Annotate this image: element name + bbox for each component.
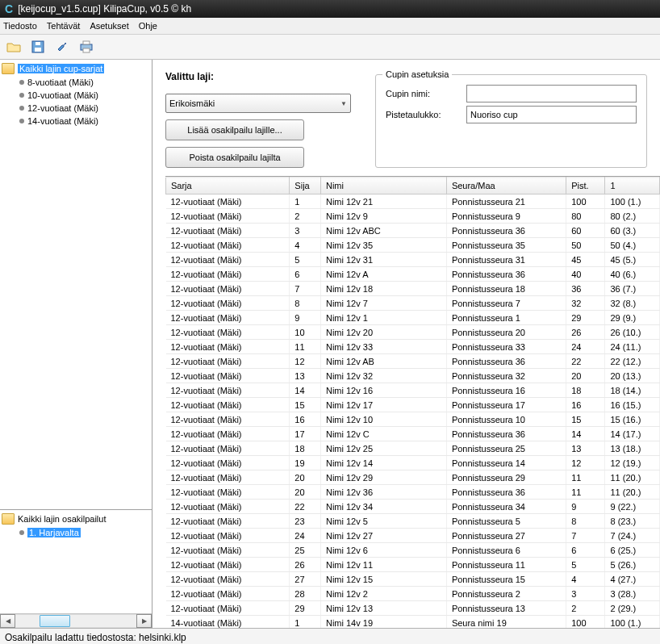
results-table-wrap[interactable]: SarjaSijaNimiSeura/MaaPist.1 12-vuotiaat… (165, 176, 660, 628)
menubar: Tiedosto Tehtävät Asetukset Ohje (0, 18, 660, 35)
table-cell: Nimi 12v 36 (320, 485, 446, 500)
table-cell: Nimi 12v ABC (320, 224, 446, 238)
table-row[interactable]: 12-vuotiaat (Mäki)4Nimi 12v 35Ponnistuss… (166, 238, 660, 253)
menu-asetukset[interactable]: Asetukset (90, 21, 128, 31)
table-row[interactable]: 12-vuotiaat (Mäki)26Nimi 12v 11Ponnistus… (166, 558, 660, 572)
table-cell: 12-vuotiaat (Mäki) (166, 282, 290, 296)
table-cell: 18 (290, 441, 321, 456)
table-row[interactable]: 12-vuotiaat (Mäki)8Nimi 12v 7Ponnistusse… (166, 296, 660, 311)
scroll-left-icon[interactable]: ◀ (0, 614, 15, 628)
table-row[interactable]: 12-vuotiaat (Mäki)13Nimi 12v 32Ponnistus… (166, 369, 660, 383)
save-button[interactable] (27, 36, 48, 57)
table-row[interactable]: 12-vuotiaat (Mäki)19Nimi 12v 14Ponnistus… (166, 456, 660, 470)
table-cell: 12-vuotiaat (Mäki) (166, 354, 290, 369)
table-cell: 12-vuotiaat (Mäki) (166, 340, 290, 354)
table-cell: 60 (566, 224, 605, 238)
table-cell: 3 (566, 587, 605, 601)
table-cell: 12-vuotiaat (Mäki) (166, 224, 290, 238)
tree-item-series[interactable]: 12-vuotiaat (Mäki) (2, 102, 150, 115)
table-cell: 14 (290, 383, 321, 398)
tree-item-competition[interactable]: 1. Harjavalta (2, 526, 150, 539)
table-row[interactable]: 12-vuotiaat (Mäki)10Nimi 12v 20Ponnistus… (166, 325, 660, 340)
table-cell: 100 (566, 194, 605, 209)
table-cell: Nimi 12v 20 (320, 325, 446, 340)
print-button[interactable] (76, 36, 97, 57)
scroll-thumb[interactable] (40, 615, 70, 627)
table-row[interactable]: 12-vuotiaat (Mäki)27Nimi 12v 15Ponnistus… (166, 572, 660, 587)
table-row[interactable]: 12-vuotiaat (Mäki)23Nimi 12v 5Ponnistuss… (166, 514, 660, 529)
table-row[interactable]: 12-vuotiaat (Mäki)14Nimi 12v 16Ponnistus… (166, 383, 660, 398)
cup-name-input[interactable] (466, 85, 637, 102)
table-cell: Ponnistusseura 25 (446, 441, 566, 456)
table-cell: Nimi 12v 21 (320, 194, 446, 209)
open-button[interactable] (3, 36, 24, 57)
table-cell: Nimi 12v 1 (320, 311, 446, 325)
table-cell: Nimi 12v 7 (320, 296, 446, 311)
table-cell: 16 (290, 412, 321, 427)
table-row[interactable]: 12-vuotiaat (Mäki)15Nimi 12v 17Ponnistus… (166, 398, 660, 412)
table-cell: 12-vuotiaat (Mäki) (166, 383, 290, 398)
table-cell: 4 (290, 238, 321, 253)
settings-button[interactable] (52, 36, 73, 57)
table-cell: 100 (1.) (605, 616, 660, 629)
table-row[interactable]: 12-vuotiaat (Mäki)7Nimi 12v 18Ponnistuss… (166, 282, 660, 296)
table-row[interactable]: 12-vuotiaat (Mäki)18Nimi 12v 25Ponnistus… (166, 441, 660, 456)
menu-tiedosto[interactable]: Tiedosto (3, 21, 37, 31)
table-cell: 29 (9.) (605, 311, 660, 325)
sport-combo[interactable]: Erikoismäki ▼ (165, 94, 351, 113)
table-cell: 23 (290, 514, 321, 529)
remove-competition-button[interactable]: Poista osakilpailu lajilta (165, 147, 304, 168)
table-cell: 13 (290, 369, 321, 383)
competitions-tree[interactable]: Kaikki lajin osakilpailut 1. Harjavalta (0, 509, 152, 613)
column-header[interactable]: Seura/Maa (446, 178, 566, 194)
left-scrollbar[interactable]: ◀ ▶ (0, 613, 152, 628)
print-icon (79, 40, 94, 53)
table-row[interactable]: 12-vuotiaat (Mäki)6Nimi 12v APonnistusse… (166, 267, 660, 282)
column-header[interactable]: Sarja (166, 178, 290, 194)
table-cell: 12-vuotiaat (Mäki) (166, 470, 290, 485)
folder-icon (2, 63, 15, 74)
table-row[interactable]: 12-vuotiaat (Mäki)16Nimi 12v 10Ponnistus… (166, 412, 660, 427)
table-row[interactable]: 12-vuotiaat (Mäki)9Nimi 12v 1Ponnistusse… (166, 311, 660, 325)
cup-series-tree[interactable]: Kaikki lajin cup-sarjat 8-vuotiaat (Mäki… (0, 60, 152, 509)
column-header[interactable]: Sija (290, 178, 321, 194)
table-cell: 16 (566, 398, 605, 412)
column-header[interactable]: Pist. (566, 178, 605, 194)
table-row[interactable]: 12-vuotiaat (Mäki)5Nimi 12v 31Ponnistuss… (166, 253, 660, 267)
table-cell: 12-vuotiaat (Mäki) (166, 238, 290, 253)
table-cell: Ponnistusseura 7 (446, 296, 566, 311)
table-row[interactable]: 12-vuotiaat (Mäki)28Nimi 12v 2Ponnistuss… (166, 587, 660, 601)
points-table-input[interactable]: Nuoriso cup (466, 106, 637, 123)
table-row[interactable]: 12-vuotiaat (Mäki)20Nimi 12v 36Ponnistus… (166, 485, 660, 500)
tree-root-competitions[interactable]: Kaikki lajin osakilpailut (2, 513, 150, 525)
table-row[interactable]: 12-vuotiaat (Mäki)20Nimi 12v 29Ponnistus… (166, 470, 660, 485)
column-header[interactable]: 1 (605, 178, 660, 194)
table-cell: Nimi 12v 18 (320, 282, 446, 296)
table-row[interactable]: 12-vuotiaat (Mäki)3Nimi 12v ABCPonnistus… (166, 224, 660, 238)
bullet-icon (19, 93, 24, 98)
table-row[interactable]: 12-vuotiaat (Mäki)1Nimi 12v 21Ponnistuss… (166, 194, 660, 209)
tree-item-series[interactable]: 8-vuotiaat (Mäki) (2, 76, 150, 89)
table-row[interactable]: 12-vuotiaat (Mäki)22Nimi 12v 34Ponnistus… (166, 500, 660, 514)
tree-item-series[interactable]: 14-vuotiaat (Mäki) (2, 115, 150, 128)
tree-item-series[interactable]: 10-vuotiaat (Mäki) (2, 89, 150, 102)
column-header[interactable]: Nimi (320, 178, 446, 194)
table-row[interactable]: 12-vuotiaat (Mäki)17Nimi 12v CPonnistuss… (166, 427, 660, 441)
table-cell: 12-vuotiaat (Mäki) (166, 325, 290, 340)
table-row[interactable]: 12-vuotiaat (Mäki)2Nimi 12v 9Ponnistusse… (166, 209, 660, 224)
table-row[interactable]: 12-vuotiaat (Mäki)12Nimi 12v ABPonnistus… (166, 354, 660, 369)
scroll-right-icon[interactable]: ▶ (136, 614, 152, 628)
add-competition-button[interactable]: Lisää osakilpailu lajille... (165, 119, 304, 140)
table-row[interactable]: 12-vuotiaat (Mäki)11Nimi 12v 33Ponnistus… (166, 340, 660, 354)
menu-ohje[interactable]: Ohje (139, 21, 157, 31)
table-cell: Ponnistusseura 20 (446, 325, 566, 340)
table-row[interactable]: 12-vuotiaat (Mäki)25Nimi 12v 6Ponnistuss… (166, 543, 660, 558)
table-row[interactable]: 14-vuotiaat (Mäki)1Nimi 14v 19Seura nimi… (166, 616, 660, 629)
scroll-track[interactable] (15, 614, 136, 628)
menu-tehtavat[interactable]: Tehtävät (47, 21, 81, 31)
tree-root-cup-series[interactable]: Kaikki lajin cup-sarjat (2, 63, 150, 74)
table-cell: Ponnistusseura 36 (446, 354, 566, 369)
table-row[interactable]: 12-vuotiaat (Mäki)29Nimi 12v 13Ponnistus… (166, 601, 660, 616)
table-row[interactable]: 12-vuotiaat (Mäki)24Nimi 12v 27Ponnistus… (166, 529, 660, 543)
points-table-value: Nuoriso cup (470, 110, 518, 119)
